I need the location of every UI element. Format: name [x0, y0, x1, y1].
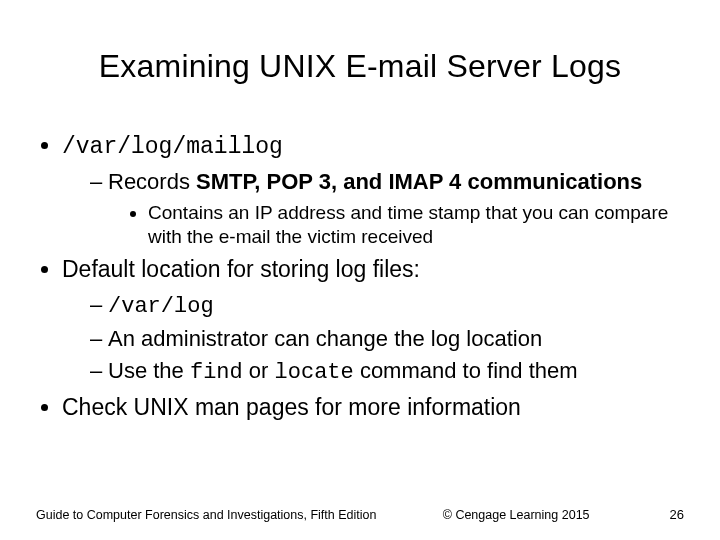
- sub-admin-change: An administrator can change the log loca…: [90, 325, 684, 353]
- code-locate: locate: [275, 360, 354, 385]
- footer-right: © Cengage Learning 2015 26: [443, 507, 684, 522]
- subsublist: Contains an IP address and time stamp th…: [108, 201, 684, 250]
- sub-varlog: /var/log: [90, 291, 684, 321]
- text: or: [243, 358, 275, 383]
- slide: Examining UNIX E-mail Server Logs /var/l…: [0, 0, 720, 540]
- text: Records: [108, 169, 196, 194]
- bullet-maillog: /var/log/maillog Records SMTP, POP 3, an…: [62, 131, 684, 249]
- text: command to find them: [354, 358, 578, 383]
- text: Use the: [108, 358, 190, 383]
- sub-records: Records SMTP, POP 3, and IMAP 4 communic…: [90, 168, 684, 249]
- sub-find-locate: Use the find or locate command to find t…: [90, 357, 684, 387]
- sublist: /var/log An administrator can change the…: [62, 291, 684, 387]
- bullet-man-pages: Check UNIX man pages for more informatio…: [62, 393, 684, 422]
- page-number: 26: [670, 507, 684, 522]
- text-strong: SMTP, POP 3, and IMAP 4 communications: [196, 169, 642, 194]
- text: Default location for storing log files:: [62, 256, 420, 282]
- code-find: find: [190, 360, 243, 385]
- slide-title: Examining UNIX E-mail Server Logs: [36, 48, 684, 85]
- sublist: Records SMTP, POP 3, and IMAP 4 communic…: [62, 168, 684, 249]
- code-path-maillog: /var/log/maillog: [62, 134, 283, 160]
- subsub-contains: Contains an IP address and time stamp th…: [148, 201, 684, 250]
- footer-left: Guide to Computer Forensics and Investig…: [36, 508, 376, 522]
- bullet-list: /var/log/maillog Records SMTP, POP 3, an…: [36, 131, 684, 423]
- footer-copyright: © Cengage Learning 2015: [443, 508, 590, 522]
- code-path-varlog: /var/log: [108, 294, 214, 319]
- footer: Guide to Computer Forensics and Investig…: [36, 507, 684, 522]
- bullet-default-location: Default location for storing log files: …: [62, 255, 684, 387]
